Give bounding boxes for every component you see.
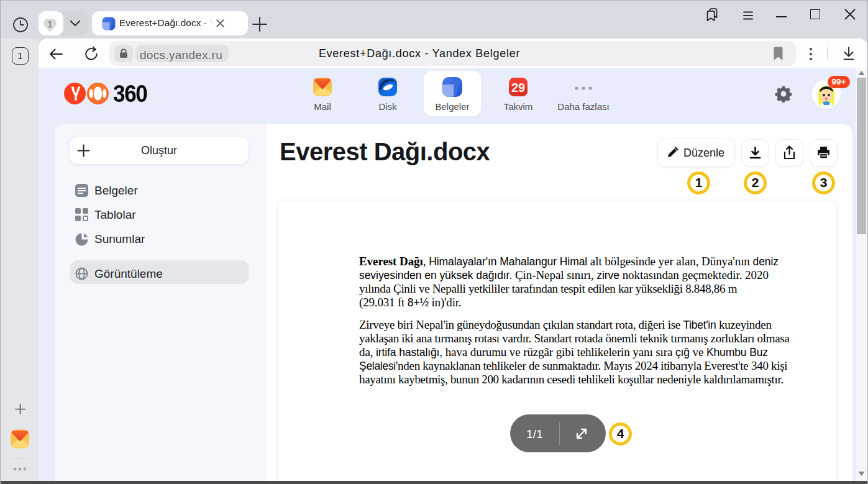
svg-text:29: 29 [511, 81, 525, 94]
svg-text:1: 1 [48, 19, 53, 29]
